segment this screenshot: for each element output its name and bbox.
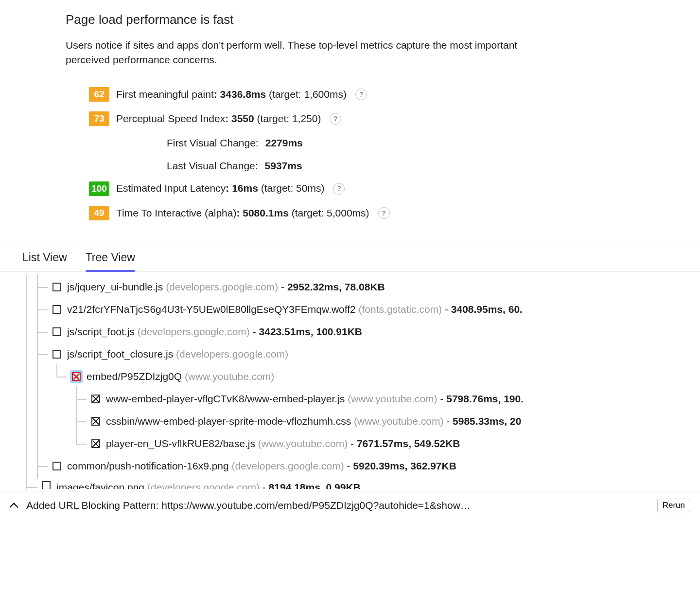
tree-row[interactable]: images/favicon.png (developers.google.co… [22,477,700,489]
resource-domain: (developers.google.com) [138,326,250,337]
block-checkbox[interactable] [52,305,61,314]
resource-path: common/push-notification-16x9.png [67,460,229,471]
block-checkbox[interactable] [52,350,61,359]
resource-path: www-embed-player-vflgCTvK8/www-embed-pla… [106,393,345,404]
block-checkbox[interactable] [52,462,61,470]
view-tabs: List View Tree View [0,241,700,272]
tab-list-view[interactable]: List View [22,243,67,271]
help-icon[interactable]: ? [355,89,367,100]
resource-path: images/favicon.png [56,482,144,489]
sub-metric-value: 2279ms [265,136,303,150]
score-badge: 62 [89,87,109,102]
resource-domain: (www.youtube.com) [185,371,274,382]
metric-value: 5080.1ms [243,207,289,218]
page-description: Users notice if sites and apps don't per… [66,38,532,68]
block-checkbox-blocked[interactable] [72,372,81,381]
metric-first-meaningful-paint[interactable]: 62 First meaningful paint: 3436.8ms (tar… [89,87,634,102]
sub-metric-label: First Visual Change: [167,136,259,150]
resource-stats: 5920.39ms, 362.97KB [353,460,456,471]
score-badge: 73 [89,111,109,126]
metric-target: (target: 5,000ms) [292,207,369,218]
resource-domain: (fonts.gstatic.com) [359,304,442,315]
status-bar: Added URL Blocking Pattern: https://www.… [0,491,700,520]
resource-stats: 5985.33ms, 20 [453,415,521,427]
metric-value: 3550 [231,113,254,124]
rerun-button[interactable]: Rerun [657,499,690,512]
metric-text: Perceptual Speed Index: 3550 (target: 1,… [116,111,321,126]
block-checkbox[interactable] [42,481,51,489]
sub-metric-label: Last Visual Change: [167,159,258,173]
resource-path: embed/P95ZDIzjg0Q [87,371,182,382]
resource-domain: (www.youtube.com) [258,438,348,449]
resource-domain: (developers.google.com) [147,482,260,489]
tree-row[interactable]: player-en_US-vflkRUE82/base.js (www.yout… [22,432,700,455]
resource-path: cssbin/www-embed-player-sprite-mode-vflo… [106,415,351,427]
resource-domain: (developers.google.com) [176,348,288,360]
resource-path: player-en_US-vflkRUE82/base.js [106,438,255,449]
sub-metric-value: 5937ms [265,159,302,173]
report-header: Page load performance is fast Users noti… [0,0,700,234]
metric-label: First meaningful paint [116,89,214,100]
resource-domain: (www.youtube.com) [348,393,437,404]
metric-value: 3436.8ms [220,89,266,100]
resource-domain: (developers.google.com) [166,281,278,292]
resource-stats: 5798.76ms, 190. [446,393,524,404]
resource-path: v21/2fcrYFNaTjcS6g4U3t-Y5UEw0lE80llgEseQ… [67,304,356,315]
tree-row[interactable]: common/push-notification-16x9.png (devel… [22,455,700,477]
metric-label: Time To Interactive (alpha) [116,207,236,218]
block-checkbox-blocked[interactable] [91,395,100,403]
metric-text: Estimated Input Latency: 16ms (target: 5… [116,181,324,196]
metric-text: Time To Interactive (alpha): 5080.1ms (t… [116,206,369,220]
tree-row[interactable]: cssbin/www-embed-player-sprite-mode-vflo… [22,410,700,432]
metric-label: Estimated Input Latency [116,182,226,194]
metric-estimated-input-latency[interactable]: 100 Estimated Input Latency: 16ms (targe… [89,181,634,196]
resource-path: js/jquery_ui-bundle.js [67,281,163,292]
sub-metric-first-visual-change: First Visual Change: 2279ms [167,136,634,150]
metric-target: (target: 1,250) [257,113,321,124]
help-icon[interactable]: ? [330,113,341,125]
block-checkbox[interactable] [52,327,61,336]
metric-target: (target: 1,600ms) [269,89,347,100]
tree-row[interactable]: js/script_foot_closure.js (developers.go… [22,343,700,365]
chevron-up-icon[interactable] [10,501,18,510]
metric-text: First meaningful paint: 3436.8ms (target… [116,87,347,102]
sub-metric-last-visual-change: Last Visual Change: 5937ms [167,159,634,173]
help-icon[interactable]: ? [333,183,345,195]
tree-view-panel: js/jquery_ui-bundle.js (developers.googl… [0,272,700,491]
resource-stats: 3423.51ms, 100.91KB [259,326,363,337]
resource-domain: (www.youtube.com) [354,415,443,427]
page-title: Page load performance is fast [66,11,634,29]
resource-stats: 8194.18ms, 0.99KB [269,482,361,489]
status-message: Added URL Blocking Pattern: https://www.… [26,498,649,513]
tree-row[interactable]: js/script_foot.js (developers.google.com… [22,321,700,343]
score-badge: 49 [89,206,109,220]
metric-value: 16ms [232,182,258,194]
resource-path: js/script_foot.js [67,326,135,337]
block-checkbox-blocked[interactable] [91,417,100,426]
tree-row[interactable]: js/jquery_ui-bundle.js (developers.googl… [22,276,700,298]
resource-domain: (developers.google.com) [232,460,344,471]
metrics-list: 62 First meaningful paint: 3436.8ms (tar… [89,87,634,221]
metric-target: (target: 50ms) [261,182,325,194]
metric-perceptual-speed-index[interactable]: 73 Perceptual Speed Index: 3550 (target:… [89,111,634,126]
tree-row[interactable]: v21/2fcrYFNaTjcS6g4U3t-Y5UEw0lE80llgEseQ… [22,298,700,321]
resource-stats: 7671.57ms, 549.52KB [357,438,460,449]
metric-label: Perceptual Speed Index [116,113,225,124]
resource-stats: 2952.32ms, 78.08KB [287,281,385,292]
block-checkbox[interactable] [52,283,61,291]
metric-time-to-interactive[interactable]: 49 Time To Interactive (alpha): 5080.1ms… [89,206,634,220]
tree-row[interactable]: www-embed-player-vflgCTvK8/www-embed-pla… [22,388,700,410]
tree-row[interactable]: embed/P95ZDIzjg0Q (www.youtube.com) [22,365,700,388]
resource-path: js/script_foot_closure.js [67,348,173,360]
resource-stats: 3408.95ms, 60. [451,304,523,315]
help-icon[interactable]: ? [378,207,390,219]
score-badge: 100 [89,181,109,196]
block-checkbox-blocked[interactable] [91,439,100,448]
tab-tree-view[interactable]: Tree View [86,243,135,271]
